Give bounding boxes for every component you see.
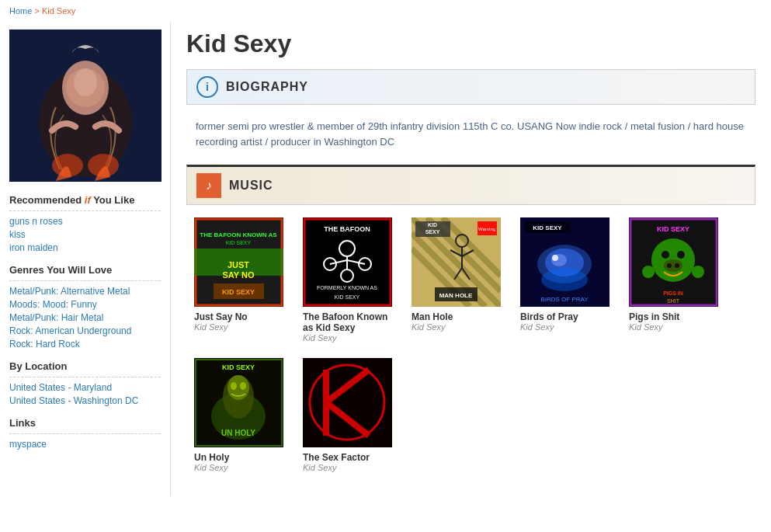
album-cover-un-holy[interactable]: KID SEXY UN HOLY — [194, 358, 283, 447]
genre-item[interactable]: Metal/Punk: Alternative Metal — [9, 286, 161, 297]
location-list: United States - MarylandUnited States - … — [9, 382, 161, 406]
svg-point-67 — [642, 266, 655, 278]
links-list: myspace — [9, 439, 161, 450]
location-title: By Location — [9, 360, 161, 372]
svg-point-5 — [74, 68, 97, 96]
svg-text:SHIT: SHIT — [667, 298, 680, 304]
album-title[interactable]: Un Holy — [194, 452, 287, 463]
svg-text:SAY NO: SAY NO — [223, 270, 255, 280]
svg-text:KID SEXY: KID SEXY — [222, 288, 255, 296]
music-icon: ♪ — [196, 173, 221, 198]
album-cover-pigs-in-shit[interactable]: KID SEXY PIGS IN SHIT — [629, 217, 718, 307]
main-content: Kid Sexy i BIOGRAPHY former semi pro wre… — [171, 22, 771, 495]
breadcrumb-separator: > — [34, 6, 41, 16]
page-layout: Recommended if You Like guns n roseskiss… — [0, 22, 771, 495]
genre-item[interactable]: Rock: American Underground — [9, 325, 161, 336]
music-item-pigs-in-shit[interactable]: KID SEXY PIGS IN SHIT Pigs in ShitKid Se… — [629, 217, 722, 342]
music-grid: THE BAFOON KNOWN AS KID SEXY JUST SAY NO… — [186, 217, 755, 488]
svg-text:KID SEXY: KID SEXY — [533, 224, 562, 231]
music-header: ♪ MUSIC — [186, 165, 755, 205]
genre-item[interactable]: Metal/Punk: Hair Metal — [9, 312, 161, 323]
artist-photo — [9, 30, 161, 182]
location-item[interactable]: United States - Washington DC — [9, 395, 161, 406]
svg-text:THE BAFOON KNOWN AS: THE BAFOON KNOWN AS — [200, 231, 277, 238]
album-artist: Kid Sexy — [303, 463, 396, 472]
svg-text:Warning: Warning — [478, 227, 495, 231]
album-cover-just-say-no[interactable]: THE BAFOON KNOWN AS KID SEXY JUST SAY NO… — [194, 217, 283, 307]
svg-point-64 — [664, 259, 682, 272]
recommended-item[interactable]: iron maiden — [9, 242, 161, 253]
svg-point-76 — [231, 382, 237, 390]
svg-point-63 — [677, 251, 685, 259]
music-item-birds-of-pray[interactable]: KID SEXY BIRDS OF PRAY Birds of PrayKid … — [520, 217, 613, 342]
genre-item[interactable]: Moods: Mood: Funny — [9, 299, 161, 310]
biography-header: i BIOGRAPHY — [186, 69, 755, 105]
svg-text:KID: KID — [428, 222, 437, 228]
svg-point-53 — [541, 268, 588, 291]
svg-text:UN HOLY: UN HOLY — [221, 429, 255, 437]
recommended-item[interactable]: guns n roses — [9, 216, 161, 227]
svg-rect-80 — [303, 358, 392, 447]
svg-text:KID SEXY: KID SEXY — [226, 240, 252, 245]
svg-point-68 — [692, 266, 704, 278]
genre-item[interactable]: Rock: Hard Rock — [9, 339, 161, 349]
svg-text:SEXY: SEXY — [425, 229, 440, 235]
svg-text:PIGS IN: PIGS IN — [663, 290, 683, 296]
svg-text:BIRDS OF PRAY: BIRDS OF PRAY — [540, 296, 589, 303]
svg-text:KID SEXY: KID SEXY — [335, 294, 360, 300]
album-cover-bafoon[interactable]: THE BAFOON FORMERLY KNOWN AS KID SEXY — [303, 217, 392, 307]
svg-point-52 — [552, 255, 558, 261]
genres-list: Metal/Punk: Alternative MetalMoods: Mood… — [9, 286, 161, 349]
album-title[interactable]: The Bafoon Known as Kid Sexy — [303, 311, 396, 333]
music-item-sex-factor[interactable]: The Sex FactorKid Sexy — [303, 358, 396, 472]
svg-point-65 — [667, 263, 672, 268]
sidebar: Recommended if You Like guns n roseskiss… — [0, 22, 171, 495]
album-artist: Kid Sexy — [303, 333, 396, 342]
breadcrumb: Home > Kid Sexy — [0, 0, 771, 22]
svg-text:KID SEXY: KID SEXY — [657, 225, 689, 233]
music-item-man-hole[interactable]: KID SEXY Warning MAN HOLE Man HoleKid Se… — [412, 217, 505, 342]
link-item[interactable]: myspace — [9, 439, 161, 450]
recommended-list: guns n roseskissiron maiden — [9, 216, 161, 253]
biography-title: BIOGRAPHY — [226, 80, 308, 94]
location-item[interactable]: United States - Maryland — [9, 382, 161, 393]
biography-text: former semi pro wrestler & member of 29t… — [186, 113, 755, 165]
svg-text:JUST: JUST — [227, 260, 249, 269]
info-icon: i — [196, 76, 218, 98]
svg-text:FORMERLY KNOWN AS: FORMERLY KNOWN AS — [317, 285, 377, 290]
album-title[interactable]: Man Hole — [412, 311, 505, 322]
links-title: Links — [9, 417, 161, 429]
album-artist: Kid Sexy — [520, 322, 613, 332]
genres-divider — [9, 280, 161, 281]
album-artist: Kid Sexy — [194, 322, 287, 332]
artist-name: Kid Sexy — [186, 30, 755, 58]
recommended-title: Recommended if You Like — [9, 194, 161, 206]
album-artist: Kid Sexy — [412, 322, 505, 332]
album-title[interactable]: Pigs in Shit — [629, 311, 722, 322]
album-artist: Kid Sexy — [629, 322, 722, 332]
svg-point-77 — [240, 382, 246, 390]
svg-text:MAN HOLE: MAN HOLE — [439, 292, 473, 299]
genres-title: Genres You Will Love — [9, 264, 161, 276]
music-item-just-say-no[interactable]: THE BAFOON KNOWN AS KID SEXY JUST SAY NO… — [194, 217, 287, 342]
album-cover-birds-of-pray[interactable]: KID SEXY BIRDS OF PRAY — [520, 217, 610, 307]
svg-text:KID SEXY: KID SEXY — [222, 363, 255, 371]
music-title: MUSIC — [229, 179, 273, 193]
svg-point-66 — [675, 263, 679, 268]
breadcrumb-home[interactable]: Home — [9, 6, 32, 16]
album-title[interactable]: The Sex Factor — [303, 452, 396, 463]
breadcrumb-current: Kid Sexy — [42, 6, 75, 16]
album-title[interactable]: Birds of Pray — [520, 311, 613, 322]
svg-text:THE BAFOON: THE BAFOON — [324, 225, 370, 233]
svg-point-62 — [662, 251, 669, 259]
links-divider — [9, 433, 161, 434]
album-artist: Kid Sexy — [194, 463, 287, 472]
recommended-divider — [9, 210, 161, 211]
recommended-item[interactable]: kiss — [9, 229, 161, 240]
location-divider — [9, 377, 161, 377]
music-item-un-holy[interactable]: KID SEXY UN HOLY Un HolyKid Sexy — [194, 358, 287, 472]
album-cover-man-hole[interactable]: KID SEXY Warning MAN HOLE — [412, 217, 501, 307]
album-title[interactable]: Just Say No — [194, 311, 287, 322]
album-cover-sex-factor[interactable] — [303, 358, 392, 447]
music-item-bafoon[interactable]: THE BAFOON FORMERLY KNOWN AS KID SEXY Th… — [303, 217, 396, 342]
